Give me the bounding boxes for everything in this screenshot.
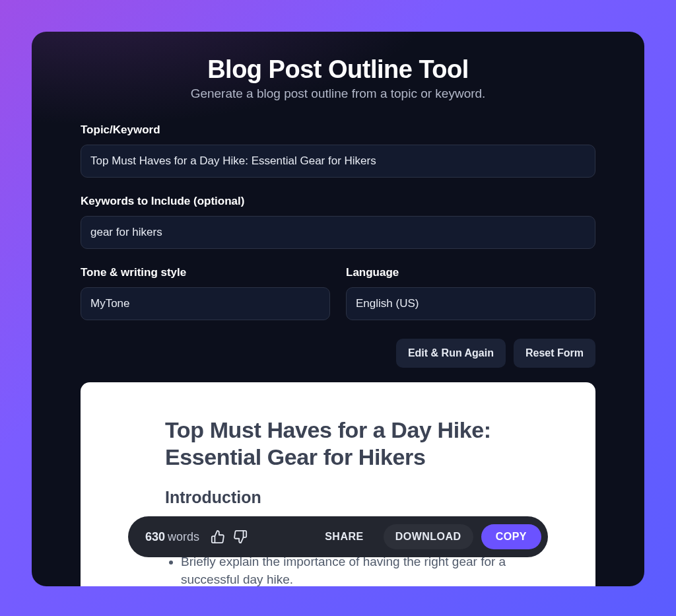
output-toolbar: 630 words SHARE DOWNLOAD COPY <box>128 516 548 557</box>
language-select[interactable]: English (US) <box>346 287 595 320</box>
page-subtitle: Generate a blog post outline from a topi… <box>81 86 595 101</box>
copy-button[interactable]: COPY <box>481 524 541 549</box>
download-button[interactable]: DOWNLOAD <box>384 524 473 549</box>
share-button[interactable]: SHARE <box>313 524 376 549</box>
language-label: Language <box>346 266 595 279</box>
output-bullet: Briefly explain the importance of having… <box>181 553 511 586</box>
app-card: Blog Post Outline Tool Generate a blog p… <box>32 32 644 586</box>
thumbs-up-icon[interactable] <box>210 529 226 545</box>
page-title: Blog Post Outline Tool <box>81 55 595 84</box>
keywords-input[interactable] <box>81 216 595 249</box>
edit-run-again-button[interactable]: Edit & Run Again <box>396 339 506 368</box>
output-section-heading: Introduction <box>165 488 511 507</box>
keywords-label: Keywords to Include (optional) <box>81 195 595 208</box>
thumbs-down-icon[interactable] <box>232 529 248 545</box>
topic-label: Topic/Keyword <box>81 123 595 137</box>
topic-input[interactable] <box>81 145 595 178</box>
word-count-label: words <box>168 530 199 544</box>
word-count-number: 630 <box>145 530 165 544</box>
reset-form-button[interactable]: Reset Form <box>514 339 595 368</box>
tone-select[interactable]: MyTone <box>81 287 330 320</box>
tone-label: Tone & writing style <box>81 266 330 279</box>
output-title: Top Must Haves for a Day Hike: Essential… <box>165 417 511 471</box>
